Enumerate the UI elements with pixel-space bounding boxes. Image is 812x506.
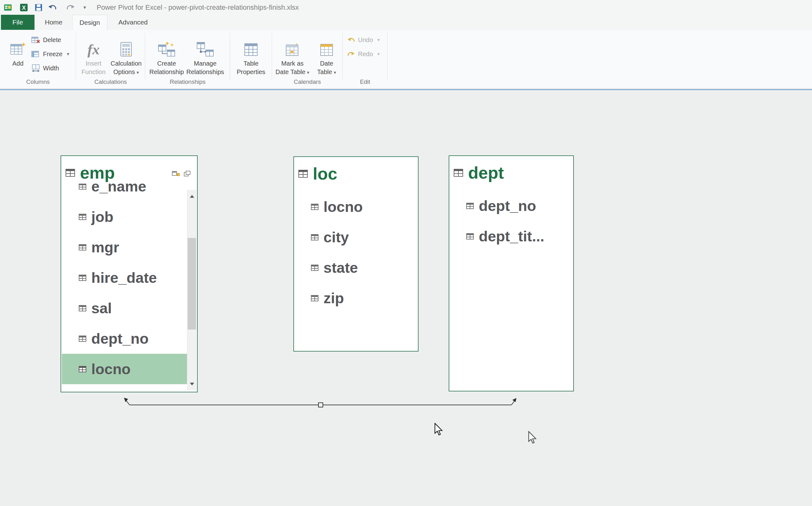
field-grid-icon — [79, 275, 86, 281]
date-table-dropdown-icon: ▾ — [334, 70, 336, 75]
field-row-e_name[interactable]: e_name — [62, 184, 188, 201]
emp-scrollbar[interactable] — [187, 190, 196, 390]
column-width-button[interactable]: Width — [31, 62, 59, 74]
field-row-dept_no[interactable]: dept_no — [449, 190, 573, 221]
freeze-table-icon — [31, 50, 40, 58]
field-row-city[interactable]: city — [294, 222, 418, 252]
insert-function-button[interactable]: fx Insert Function — [79, 33, 108, 76]
field-row-sal[interactable]: sal — [62, 293, 188, 323]
table-icon — [298, 170, 308, 178]
field-row-zip[interactable]: zip — [294, 283, 418, 313]
mouse-cursor-2 — [528, 431, 537, 445]
group-label-relationships: Relationships — [145, 78, 230, 85]
ribbon-group-calendars: Mark as Date Table▾ Date Table▾ Calendar… — [272, 30, 342, 89]
ribbon-group-properties: Table Properties — [230, 30, 272, 89]
excel-icon: X — [19, 1, 28, 14]
scroll-down-icon[interactable] — [187, 377, 196, 390]
field-grid-icon — [79, 244, 86, 250]
mark-as-date-table-dropdown-icon: ▾ — [307, 70, 309, 75]
ribbon-group-relationships: Create Relationship Manage Relationships… — [145, 30, 230, 89]
ribbon: Add Delete Freeze ▾ Width Columns fx Ins… — [0, 30, 812, 89]
table-icon — [454, 169, 463, 177]
relationship-line-emp-dept[interactable] — [122, 395, 518, 411]
delete-table-icon — [31, 36, 40, 44]
customize-quick-access-icon[interactable]: ▾ — [84, 1, 86, 14]
group-label-edit: Edit — [342, 78, 388, 85]
quick-undo-icon[interactable] — [48, 1, 57, 14]
field-row-locno-highlighted[interactable]: locno — [62, 354, 188, 384]
create-relationship-corner-icon[interactable] — [172, 170, 180, 177]
relationship-arrow-left — [124, 398, 128, 402]
table-icon — [66, 169, 75, 177]
svg-text:X: X — [22, 5, 26, 11]
date-table-icon — [319, 33, 334, 57]
table-header-loc: loc — [294, 157, 418, 183]
ribbon-group-calculations: fx Insert Function Calculation Options▾ … — [76, 30, 145, 89]
tab-advanced[interactable]: Advanced — [111, 15, 155, 30]
field-grid-icon — [466, 233, 474, 240]
mark-as-date-table-icon — [285, 33, 300, 57]
edit-redo-button[interactable]: Redo ▾ — [347, 48, 380, 60]
field-grid-icon — [79, 184, 86, 190]
manage-relationships-button[interactable]: Manage Relationships — [186, 33, 224, 76]
add-column-button[interactable]: Add — [6, 33, 30, 68]
table-header-dept: dept — [449, 156, 573, 182]
powerpivot-window: X ▾ Power Pivot for Excel - power-pivot-… — [0, 0, 812, 506]
ribbon-group-columns: Add Delete Freeze ▾ Width Columns — [0, 30, 76, 89]
tab-file[interactable]: File — [1, 15, 34, 30]
edit-redo-icon — [347, 51, 355, 58]
scroll-thumb[interactable] — [188, 238, 196, 330]
field-row-locno[interactable]: locno — [294, 191, 418, 222]
freeze-column-button[interactable]: Freeze ▾ — [31, 48, 69, 60]
table-title-loc: loc — [313, 164, 337, 183]
group-label-calendars: Calendars — [272, 78, 342, 85]
relationship-midpoint-handle[interactable] — [318, 403, 323, 407]
field-grid-icon — [79, 305, 86, 311]
table-properties-button[interactable]: Table Properties — [233, 33, 269, 76]
quick-redo-icon[interactable] — [66, 1, 75, 14]
tab-design[interactable]: Design — [72, 15, 107, 30]
field-grid-icon — [311, 265, 318, 271]
redo-dropdown-icon: ▾ — [378, 51, 380, 57]
group-label-columns: Columns — [0, 78, 76, 85]
calculation-options-dropdown-icon: ▾ — [136, 70, 139, 75]
field-grid-icon — [79, 214, 86, 220]
loc-fields-list: locno city state zip — [294, 191, 418, 313]
field-grid-icon — [311, 204, 318, 210]
maximize-icon[interactable] — [184, 170, 191, 177]
date-table-button[interactable]: Date Table▾ — [312, 33, 341, 76]
mark-as-date-table-button[interactable]: Mark as Date Table▾ — [274, 33, 311, 76]
field-grid-icon — [466, 203, 474, 209]
field-row-hire_date[interactable]: hire_date — [62, 262, 188, 293]
table-card-dept[interactable]: dept dept_no dept_tit... — [449, 155, 574, 392]
field-row-dept_title[interactable]: dept_tit... — [449, 221, 573, 251]
add-table-icon — [10, 33, 26, 57]
freeze-dropdown-icon: ▾ — [67, 51, 69, 57]
fx-icon: fx — [88, 33, 99, 57]
table-title-dept: dept — [468, 164, 504, 182]
calculation-options-button[interactable]: Calculation Options▾ — [109, 33, 144, 76]
table-card-emp[interactable]: emp e_name job mgr hire_date — [61, 155, 198, 392]
create-relationship-button[interactable]: Create Relationship — [150, 33, 184, 76]
save-icon[interactable] — [34, 1, 43, 14]
table-properties-icon — [243, 33, 259, 57]
emp-fields-list: e_name job mgr hire_date sal dept_no — [62, 184, 188, 391]
create-relationship-icon — [158, 33, 175, 57]
edit-undo-button[interactable]: Undo ▾ — [347, 33, 380, 46]
calculator-icon — [119, 33, 133, 57]
scroll-up-icon[interactable] — [187, 190, 196, 202]
dept-fields-list: dept_no dept_tit... — [449, 190, 573, 251]
undo-dropdown-icon: ▾ — [378, 37, 380, 43]
field-row-mgr[interactable]: mgr — [62, 232, 188, 262]
powerpivot-app-icon[interactable] — [4, 1, 12, 14]
field-row-state[interactable]: state — [294, 252, 418, 283]
width-icon — [31, 64, 40, 72]
field-grid-icon — [79, 336, 86, 342]
field-row-job[interactable]: job — [62, 201, 188, 232]
field-row-dept_no[interactable]: dept_no — [62, 323, 188, 354]
delete-column-button[interactable]: Delete — [31, 33, 61, 46]
field-grid-icon — [311, 234, 318, 240]
tab-home[interactable]: Home — [38, 15, 69, 30]
field-grid-icon — [311, 295, 318, 301]
table-card-loc[interactable]: loc locno city state zip — [293, 156, 419, 352]
